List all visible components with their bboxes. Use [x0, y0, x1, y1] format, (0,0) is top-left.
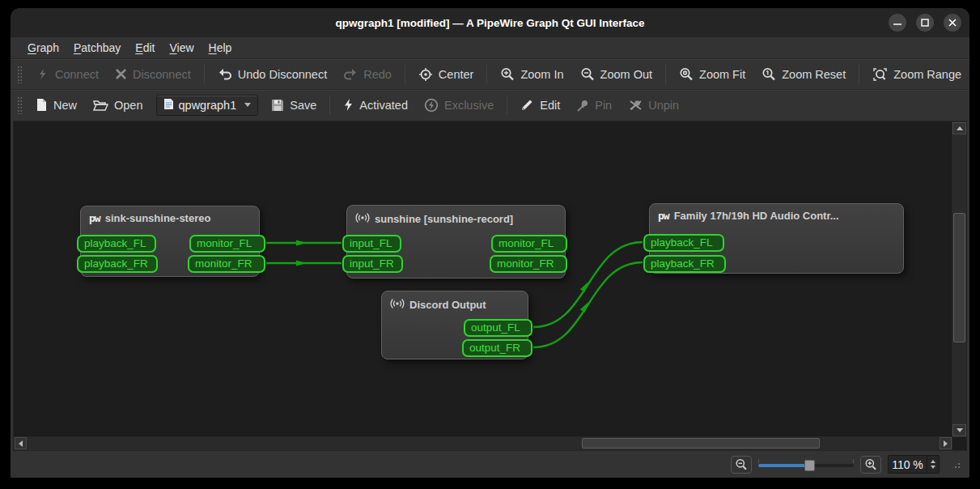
zoom-percent-spinbox[interactable]: 110 %: [888, 455, 940, 474]
scroll-right-button[interactable]: [940, 437, 952, 449]
spinbox-arrows[interactable]: [927, 456, 939, 473]
port-monitor-fr[interactable]: monitor_FR: [188, 255, 265, 273]
minimize-button[interactable]: [889, 14, 906, 32]
toolbar-separator: [859, 65, 859, 84]
main-toolbar: Connect Disconnect Undo Disconnect Redo …: [11, 58, 969, 89]
maximize-button[interactable]: [916, 14, 934, 32]
zoom-slider-track[interactable]: [808, 464, 854, 467]
patchbay-toolbar: New Open qpwgraph1 Save Activated Exclus…: [11, 89, 969, 120]
zoom-slider-track-filled[interactable]: [758, 464, 808, 467]
pipewire-icon: pw: [658, 210, 669, 222]
unpin-button[interactable]: Unpin: [620, 96, 687, 115]
new-button[interactable]: New: [28, 95, 85, 115]
window-title: qpwgraph1 [modified] — A PipeWire Graph …: [11, 17, 969, 29]
statusbar-zoom-out-button[interactable]: [731, 456, 752, 474]
zoom-range-icon: [872, 67, 888, 82]
center-button[interactable]: Center: [410, 64, 482, 85]
toolbar-drag-handle[interactable]: [17, 96, 23, 114]
zoom-percent-value: 110 %: [889, 458, 927, 471]
disconnect-icon: [115, 68, 127, 80]
vertical-scroll-thumb[interactable]: [953, 213, 965, 342]
vertical-scrollbar[interactable]: [951, 121, 966, 437]
zoom-reset-icon: [762, 67, 776, 82]
zoom-out-button[interactable]: Zoom Out: [572, 64, 660, 85]
node-sunshine[interactable]: sunshine [sunshine-record] input_FL inpu…: [346, 205, 566, 279]
open-button[interactable]: Open: [85, 96, 151, 115]
connection-lines: [14, 121, 952, 437]
port-playback-fl[interactable]: playback_FL: [643, 234, 724, 252]
title-bar: qpwgraph1 [modified] — A PipeWire Graph …: [11, 8, 969, 37]
port-output-fl[interactable]: output_FL: [464, 319, 532, 337]
window-resize-grip[interactable]: [951, 459, 961, 470]
menu-view[interactable]: View: [162, 39, 201, 57]
toolbar-drag-handle[interactable]: [17, 66, 23, 83]
toolbar-separator: [204, 65, 205, 84]
horizontal-scrollbar[interactable]: [14, 436, 952, 450]
zoom-fit-button[interactable]: Zoom Fit: [671, 64, 753, 85]
scroll-up-icon: [957, 126, 963, 130]
port-input-fl[interactable]: input_FL: [342, 235, 401, 253]
port-playback-fr[interactable]: playback_FR: [77, 255, 158, 273]
port-playback-fl[interactable]: playback_FL: [77, 235, 156, 253]
zoom-in-button[interactable]: Zoom In: [492, 64, 571, 85]
center-icon: [418, 67, 433, 82]
node-sink-sunshine-stereo[interactable]: pw sink-sunshine-stereo playback_FL play…: [80, 206, 260, 277]
slider-tick: [853, 459, 854, 463]
port-output-fr[interactable]: output_FR: [462, 339, 532, 357]
menu-graph[interactable]: Graph: [20, 39, 66, 57]
toolbar-separator: [665, 65, 666, 84]
port-monitor-fr[interactable]: monitor_FR: [490, 255, 567, 273]
node-title: sunshine [sunshine-record]: [347, 206, 565, 227]
exclusive-button[interactable]: Exclusive: [416, 95, 502, 116]
zoom-fit-icon: [679, 67, 694, 82]
new-file-icon: [36, 98, 48, 112]
scroll-down-button[interactable]: [952, 424, 966, 436]
toolbar-separator: [486, 65, 487, 84]
graph-canvas[interactable]: pw sink-sunshine-stereo playback_FL play…: [13, 121, 967, 451]
port-input-fr[interactable]: input_FR: [342, 255, 403, 273]
patchbay-file-icon: [163, 98, 174, 113]
menu-help[interactable]: Help: [202, 39, 240, 57]
node-title: Discord Output: [382, 291, 528, 313]
scroll-left-button[interactable]: [15, 437, 27, 449]
menu-edit[interactable]: Edit: [128, 39, 162, 57]
node-discord-output[interactable]: Discord Output output_FL output_FR: [381, 291, 528, 359]
redo-button[interactable]: Redo: [335, 65, 400, 84]
redo-icon: [343, 68, 358, 81]
activated-icon: [343, 98, 354, 112]
exclusive-icon: [424, 98, 439, 113]
zoom-out-icon: [735, 458, 748, 471]
minimize-icon: [893, 19, 902, 27]
maximize-icon: [921, 19, 929, 27]
edit-button[interactable]: Edit: [512, 95, 568, 115]
zoom-reset-button[interactable]: Zoom Reset: [753, 64, 854, 85]
disconnect-button[interactable]: Disconnect: [107, 65, 199, 84]
graph-viewport[interactable]: pw sink-sunshine-stereo playback_FL play…: [14, 121, 952, 437]
spin-down-icon: [931, 466, 935, 469]
connect-button[interactable]: Connect: [28, 64, 107, 84]
port-playback-fr[interactable]: playback_FR: [643, 255, 726, 273]
save-button[interactable]: Save: [263, 96, 325, 115]
node-family-hd-audio[interactable]: pw Family 17h/19h HD Audio Contr... play…: [649, 203, 904, 274]
zoom-range-button[interactable]: Zoom Range: [864, 64, 969, 85]
pin-icon: [576, 99, 589, 112]
zoom-slider[interactable]: [758, 457, 854, 472]
patchbay-file-select[interactable]: qpwgraph1: [156, 95, 259, 116]
scroll-up-button[interactable]: [952, 122, 966, 134]
zoom-slider-handle[interactable]: [804, 460, 815, 471]
zoom-in-icon: [864, 458, 877, 471]
port-monitor-fl[interactable]: monitor_FL: [491, 235, 567, 253]
pin-button[interactable]: Pin: [568, 96, 620, 115]
activated-button[interactable]: Activated: [335, 95, 416, 115]
port-monitor-fl[interactable]: monitor_FL: [189, 235, 265, 253]
status-bar: 110 %: [11, 451, 969, 478]
node-title: pw sink-sunshine-stereo: [81, 206, 259, 224]
window-controls: [889, 14, 961, 32]
close-button[interactable]: [944, 14, 961, 32]
horizontal-scroll-thumb[interactable]: [582, 438, 820, 449]
connect-icon: [36, 67, 49, 81]
undo-disconnect-button[interactable]: Undo Disconnect: [210, 65, 335, 84]
open-folder-icon: [93, 99, 108, 112]
menu-patchbay[interactable]: Patchbay: [66, 39, 128, 57]
statusbar-zoom-in-button[interactable]: [860, 456, 881, 474]
